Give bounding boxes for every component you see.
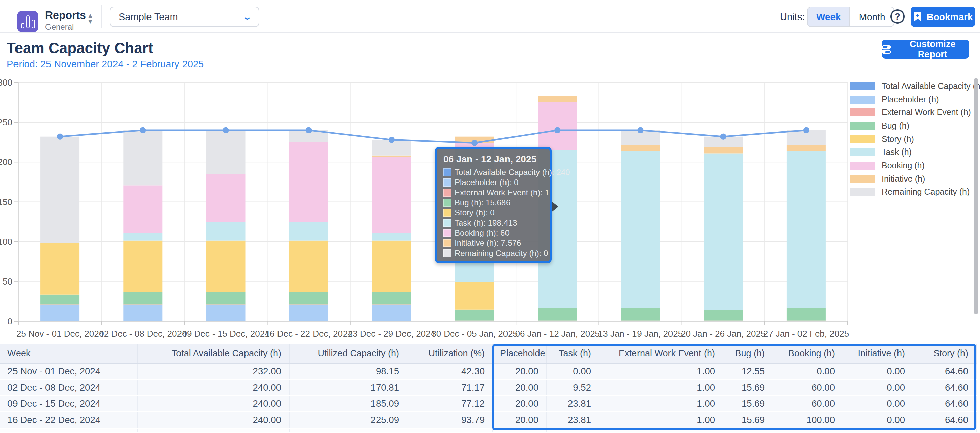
bar-segment[interactable] [372,156,411,233]
line-point[interactable] [57,134,63,140]
bar-segment[interactable] [207,292,245,304]
table-column-header[interactable]: Task (h) [546,344,599,363]
customize-report-button[interactable]: Customize Report [882,40,969,59]
bar-segment[interactable] [455,320,494,321]
table-column-header[interactable]: External Work Event (h) [599,344,723,363]
bookmark-plus-icon [913,11,922,22]
bar-segment[interactable] [40,243,80,295]
table-column-header[interactable]: Bug (h) [723,344,773,363]
legend-item[interactable]: Initiative (h) [850,172,980,186]
bar-segment[interactable] [123,306,162,321]
bar-segment[interactable] [455,310,494,320]
bar-segment[interactable] [372,306,411,321]
bar-segment[interactable] [621,145,660,151]
units-option-month[interactable]: Month [850,7,894,26]
bar-segment[interactable] [372,304,411,305]
line-point[interactable] [223,127,229,133]
table-row[interactable]: 09 Dec - 15 Dec, 2024240.00185.0977.1220… [0,396,976,412]
legend-item[interactable]: External Work Event (h) [850,106,980,119]
value-cell: 71.17 [407,379,492,396]
line-point[interactable] [637,127,643,133]
bar-segment[interactable] [372,292,411,304]
bar-segment[interactable] [289,142,328,221]
tooltip-value: Placeholder (h): 0 [455,178,518,188]
bar-segment[interactable] [289,306,328,321]
table-column-header[interactable]: Initiative (h) [843,344,913,363]
bar-segment[interactable] [538,308,577,320]
table-row[interactable]: 02 Dec - 08 Dec, 2024240.00170.8171.1720… [0,379,976,396]
bar-segment[interactable] [372,156,411,157]
line-point[interactable] [803,127,809,133]
value-cell: 1.00 [599,379,723,396]
table-column-header[interactable]: Total Available Capacity (h) [137,344,289,363]
bar-segment[interactable] [40,295,80,305]
bar-segment[interactable] [40,304,80,305]
empty-cell [599,428,723,432]
bar-segment[interactable] [455,282,494,310]
line-point[interactable] [720,134,726,140]
legend-item[interactable]: Total Available Capacity (h) [850,80,980,92]
table-column-header[interactable]: Utilized Capacity (h) [289,344,407,363]
line-point[interactable] [140,127,146,133]
legend-item[interactable]: Story (h) [850,133,980,146]
bar-segment[interactable] [621,151,660,308]
table-column-header[interactable]: Utilization (%) [407,344,492,363]
legend-item[interactable]: Remaining Capacity (h) [850,186,980,199]
bar-segment[interactable] [207,304,245,305]
legend-item[interactable]: Placeholder (h) [850,92,980,106]
bar-segment[interactable] [787,320,826,321]
bar-segment[interactable] [787,145,826,151]
legend-item[interactable]: Task (h) [850,146,980,159]
bar-segment[interactable] [704,310,743,320]
line-point[interactable] [471,140,477,146]
help-icon[interactable]: ? [891,10,905,24]
bar-segment[interactable] [704,153,743,310]
bar-segment[interactable] [289,304,328,305]
table-column-header[interactable]: Week [0,344,137,363]
bar-segment[interactable] [621,308,660,320]
legend-item[interactable]: Bug (h) [850,119,980,132]
bar-segment[interactable] [372,233,411,240]
bar-segment[interactable] [207,306,245,321]
bar-segment[interactable] [123,185,162,233]
bar-segment[interactable] [787,308,826,320]
bar-segment[interactable] [289,221,328,240]
bar-segment[interactable] [40,137,80,243]
bookmark-button[interactable]: Bookmark [911,7,975,27]
team-select[interactable]: Sample Team ⌄ [110,7,259,27]
bar-segment[interactable] [207,221,245,240]
bar-segment[interactable] [123,304,162,305]
bar-segment[interactable] [123,241,162,292]
bar-segment[interactable] [123,233,162,240]
table-column-header[interactable]: Story (h) [913,344,976,363]
bar-segment[interactable] [538,102,577,150]
bar-segment[interactable] [207,241,245,292]
bar-segment[interactable] [704,148,743,154]
line-point[interactable] [554,127,560,133]
x-axis-tick-label: 30 Dec - 05 Jan, 2025 [431,329,518,339]
bar-segment[interactable] [289,241,328,292]
line-point[interactable] [389,137,395,143]
vertical-scrollbar[interactable] [974,78,978,315]
bar-segment[interactable] [372,241,411,292]
bar-segment[interactable] [787,151,826,308]
legend-swatch [850,108,875,116]
bar-segment[interactable] [123,130,162,186]
bar-segment[interactable] [123,292,162,304]
bar-segment[interactable] [621,320,660,321]
bar-segment[interactable] [40,306,80,321]
bar-segment[interactable] [207,130,245,174]
bar-segment[interactable] [538,96,577,102]
legend-item[interactable]: Booking (h) [850,159,980,172]
units-option-week[interactable]: Week [808,7,850,26]
table-column-header[interactable]: Booking (h) [773,344,843,363]
bar-segment[interactable] [704,320,743,321]
report-switcher-icon[interactable]: ▲▼ [86,13,94,28]
line-point[interactable] [306,127,312,133]
table-row[interactable]: 16 Dec - 22 Dec, 2024240.00225.0993.7920… [0,412,976,428]
bar-segment[interactable] [207,174,245,222]
bar-segment[interactable] [538,320,577,321]
table-row[interactable]: 25 Nov - 01 Dec, 2024232.0098.1542.3020.… [0,363,976,379]
table-column-header[interactable]: Placeholder (h) [492,344,546,363]
bar-segment[interactable] [289,292,328,304]
